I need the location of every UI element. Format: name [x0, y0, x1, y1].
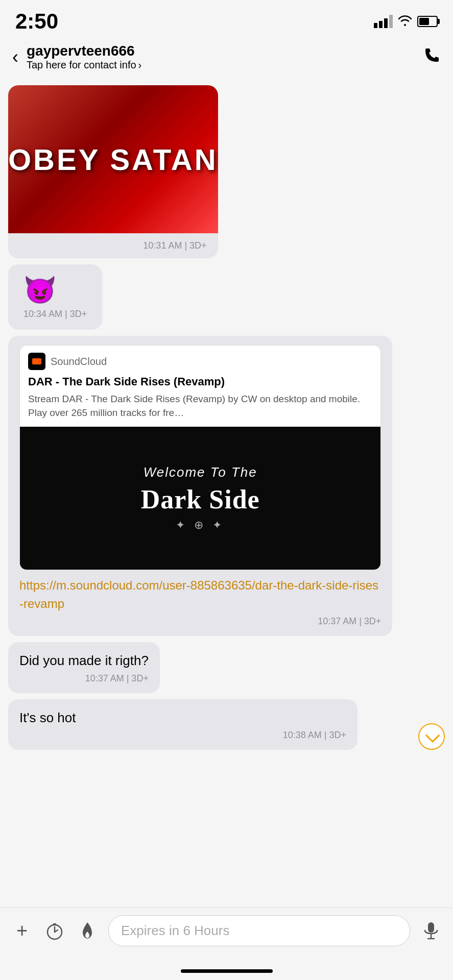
mic-button[interactable] — [419, 919, 443, 943]
contact-sub: Tap here for contact info › — [27, 59, 423, 71]
message-row-its-so-hot: It's so hot 10:38 AM | 3D+ — [8, 699, 445, 750]
contact-name: gaypervteen666 — [27, 43, 423, 59]
chat-area: OBEY SATAN 10:31 AM | 3D+ 😈 10:34 AM | 3… — [0, 80, 453, 908]
message-devil-emoji: 😈 10:34 AM | 3D+ — [8, 264, 102, 330]
chevron-down-icon — [425, 728, 440, 743]
timestamp-soundcloud: 10:37 AM | 3D+ — [19, 616, 381, 627]
msg-text-its-so-hot: It's so hot — [19, 710, 76, 725]
timestamp-did-you-made: 10:37 AM | 3D+ — [19, 673, 149, 684]
status-icons — [374, 14, 438, 30]
status-time: 2:50 — [15, 9, 58, 34]
message-its-so-hot: It's so hot 10:38 AM | 3D+ — [8, 699, 357, 750]
mic-icon — [423, 921, 439, 941]
soundcloud-header: SoundCloud — [20, 346, 380, 375]
wifi-icon — [398, 14, 412, 30]
svg-rect-3 — [53, 923, 56, 925]
soundcloud-image: Welcome To The Dark Side ✦ ⊕ ✦ — [20, 427, 380, 570]
soundcloud-title: DAR - The Dark Side Rises (Revamp) — [20, 375, 380, 393]
dark-side-line2: Dark Side — [141, 484, 260, 514]
phone-button[interactable] — [423, 46, 441, 68]
obey-satan-text: OBEY SATAN — [8, 142, 218, 177]
home-bar — [181, 969, 273, 973]
soundcloud-source: SoundCloud — [51, 356, 107, 368]
message-did-you-made: Did you made it rigth? 10:37 AM | 3D+ — [8, 642, 160, 693]
flame-icon — [79, 921, 96, 941]
contact-info[interactable]: gaypervteen666 Tap here for contact info… — [27, 43, 423, 71]
plus-button[interactable]: + — [10, 919, 34, 943]
home-indicator — [0, 962, 453, 980]
back-button[interactable]: ‹ — [12, 46, 18, 68]
soundcloud-link[interactable]: https://m.soundcloud.com/user-885863635/… — [19, 578, 378, 610]
soundcloud-desc: Stream DAR - The Dark Side Rises (Revamp… — [20, 393, 380, 427]
flame-button[interactable] — [76, 919, 99, 943]
dark-side-deco: ✦ ⊕ ✦ — [176, 519, 225, 532]
timer-icon — [45, 921, 64, 941]
signal-icon — [374, 15, 393, 28]
message-input[interactable]: Expires in 6 Hours — [108, 915, 410, 946]
dark-side-line1: Welcome To The — [144, 464, 257, 480]
timer-button[interactable] — [43, 919, 66, 943]
bottom-bar: + Expires in 6 Hours — [0, 908, 453, 962]
plus-icon: + — [16, 920, 28, 942]
timestamp-its-so-hot: 10:38 AM | 3D+ — [19, 730, 346, 741]
nav-bar: ‹ gaypervteen666 Tap here for contact in… — [0, 38, 453, 80]
timestamp-devil: 10:34 AM | 3D+ — [23, 309, 87, 320]
msg-text-did-you-made: Did you made it rigth? — [19, 653, 149, 668]
message-soundcloud: SoundCloud DAR - The Dark Side Rises (Re… — [8, 336, 392, 636]
battery-icon — [417, 16, 438, 27]
chevron-down-button[interactable] — [418, 723, 445, 750]
obey-satan-image: OBEY SATAN — [8, 85, 218, 233]
soundcloud-card[interactable]: SoundCloud DAR - The Dark Side Rises (Re… — [19, 345, 381, 570]
input-placeholder: Expires in 6 Hours — [121, 923, 229, 939]
timestamp-obey-satan: 10:31 AM | 3D+ — [8, 236, 218, 258]
status-bar: 2:50 — [0, 0, 453, 38]
devil-emoji: 😈 — [23, 275, 57, 305]
svg-rect-4 — [428, 922, 434, 933]
soundcloud-logo — [28, 353, 45, 370]
message-obey-satan: OBEY SATAN 10:31 AM | 3D+ — [8, 85, 218, 258]
